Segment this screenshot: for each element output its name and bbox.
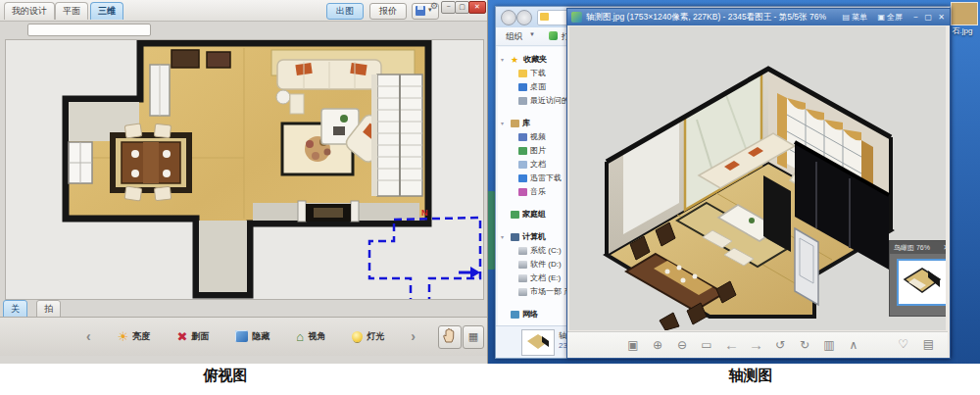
fullscreen-icon: ▣ — [877, 13, 885, 22]
network-icon — [511, 311, 519, 319]
tree-item-libraries[interactable]: ▾库 — [498, 117, 568, 130]
navigator-panel: 鸟瞰图 76% ✕ — [889, 240, 946, 317]
compass-north-label: N — [421, 208, 428, 218]
actual-size-icon[interactable]: ▭ — [700, 338, 713, 352]
floor-plan — [66, 43, 428, 295]
tree-item-documents[interactable]: 文档 — [498, 158, 568, 172]
view-angle-tool[interactable]: ⌂ 视角 — [296, 329, 325, 344]
organize-button[interactable]: 组织 — [506, 31, 522, 43]
folder-icon — [540, 13, 549, 21]
sun-icon: ☀ — [118, 329, 129, 344]
pan-hand-button[interactable] — [438, 325, 462, 349]
tree-item-desktop[interactable]: 桌面 — [498, 80, 568, 94]
computer-icon — [511, 233, 519, 241]
tree-item-favorites[interactable]: ▾★收藏夹 — [498, 53, 568, 67]
tree-item-music[interactable]: 音乐 — [498, 185, 568, 199]
screenshot-root: 石.jpg 组织 ▼ 打开 ▾★收藏夹 下载 桌面 最近访问的位置 ▾库 视频 … — [0, 0, 980, 395]
right-windows — [371, 74, 422, 196]
picture-icon — [518, 147, 527, 155]
viewer-minimize-button[interactable]: − — [913, 9, 918, 25]
viewer-titlebar[interactable]: 轴测图.jpg (1753×1240像素, 227KB) - 2345看图王 -… — [567, 9, 950, 25]
tree-item-thunder[interactable]: 迅雷下载 — [498, 172, 568, 185]
minimize-button[interactable]: − — [441, 1, 456, 14]
open-app-icon — [549, 31, 558, 40]
star-icon: ★ — [511, 56, 520, 64]
delete-face-tool[interactable]: ✖ 删面 — [176, 329, 209, 344]
scroll-left-icon[interactable]: ‹ — [86, 328, 91, 344]
lighting-tool[interactable]: 灯光 — [352, 330, 384, 343]
viewer-app-icon — [571, 12, 582, 23]
tree-item-pictures[interactable]: 图片 — [498, 144, 568, 158]
tree-item-drive-e[interactable]: 文档 (E:) — [498, 272, 568, 285]
gear-icon[interactable]: ⚙ — [428, 0, 440, 12]
house-icon: ⌂ — [296, 329, 304, 344]
zoom-in-icon[interactable]: ⊕ — [651, 338, 664, 352]
navigator-thumbnail[interactable] — [897, 259, 946, 306]
design-tabbar: 我的设计 平面 三维 出图 报价 ▾ ⚙ − ▢ ✕ — [0, 0, 487, 22]
navigator-header[interactable]: 鸟瞰图 76% — [890, 241, 946, 254]
tree-item-downloads[interactable]: 下载 — [498, 67, 568, 80]
tree-item-computer[interactable]: ▾计算机 — [498, 230, 568, 244]
navigator-title: 鸟瞰图 76% — [894, 244, 930, 251]
tree-item-drive-d[interactable]: 软件 (D:) — [498, 258, 568, 272]
save-icon — [416, 6, 425, 16]
top-view-render: N S — [6, 40, 483, 299]
export-image-button[interactable]: 出图 — [326, 3, 364, 20]
render-viewport[interactable]: N S — [5, 39, 484, 300]
viewer-close-button[interactable]: ✕ — [938, 9, 945, 25]
quote-button[interactable]: 报价 — [369, 3, 407, 20]
thunder-download-icon — [518, 174, 527, 182]
viewer-fullscreen-button[interactable]: ▣全屏 — [877, 9, 903, 25]
navigator-close-icon[interactable]: ✕ — [943, 241, 946, 254]
design-toolbar: ‹ ☀ 亮度 ✖ 删面 隐藏 ⌂ 视角 — [0, 317, 487, 356]
bulb-icon — [352, 331, 363, 342]
library-icon — [511, 120, 519, 127]
right-caption: 轴测图 — [704, 367, 798, 385]
delete-icon[interactable]: ▥ — [822, 338, 836, 352]
rotate-left-icon[interactable]: ↺ — [773, 338, 787, 352]
tree-item-homegroup[interactable]: 家庭组 — [498, 208, 568, 222]
hide-tool[interactable]: 隐藏 — [235, 330, 270, 343]
back-button[interactable] — [501, 10, 516, 25]
tab-plan-2d[interactable]: 平面 — [55, 2, 88, 20]
next-image-icon[interactable]: → — [749, 336, 762, 353]
viewer-toolbar: ▣ ⊕ ⊖ ▭ ← → ↺ ↻ ▥ ∧ ♡ ▤ — [567, 331, 948, 358]
tab-my-design[interactable]: 我的设计 — [4, 2, 55, 20]
disk-icon — [518, 247, 527, 255]
lights-off-tab[interactable]: 关灯 — [3, 300, 27, 318]
tree-item-share[interactable]: 市场一部 产 — [498, 285, 568, 299]
tree-item-videos[interactable]: 视频 — [498, 130, 568, 144]
viewer-canvas[interactable]: 鸟瞰图 76% ✕ — [569, 26, 946, 330]
disk-icon — [518, 261, 527, 269]
brightness-tool[interactable]: ☀ 亮度 — [118, 329, 151, 344]
disk-icon — [518, 288, 527, 296]
tab-3d[interactable]: 三维 — [90, 2, 123, 20]
scroll-right-icon[interactable]: › — [411, 328, 416, 344]
file-thumbnail — [521, 329, 555, 356]
viewer-maximize-button[interactable]: ▢ — [924, 9, 932, 25]
zoom-out-icon[interactable]: ⊖ — [675, 338, 689, 352]
forward-button[interactable] — [516, 10, 532, 25]
browse-icon[interactable]: ▤ — [923, 337, 934, 351]
snapshot-tab[interactable]: 拍照 — [36, 300, 61, 318]
desktop-file-icon[interactable] — [951, 2, 978, 25]
tree-item-recent[interactable]: 最近访问的位置 — [498, 94, 568, 108]
favorite-icon[interactable]: ♡ — [898, 337, 908, 351]
photo-viewer-window: 轴测图.jpg (1753×1240像素, 227KB) - 2345看图王 -… — [566, 8, 951, 359]
viewer-menu-button[interactable]: ▤菜单 — [842, 9, 867, 25]
maximize-button[interactable]: ▢ — [455, 1, 469, 14]
prev-image-icon[interactable]: ← — [724, 336, 738, 353]
more-icon[interactable]: ∧ — [847, 338, 860, 352]
tree-item-drive-c[interactable]: 系统 (C:) — [498, 244, 568, 258]
document-icon — [518, 161, 527, 169]
tree-item-network[interactable]: 网络 — [498, 308, 568, 321]
hand-icon — [439, 326, 459, 346]
layout-button[interactable]: ▦ — [463, 325, 484, 349]
entry-door — [150, 65, 170, 116]
chevron-down-icon: ▼ — [529, 31, 535, 37]
disk-icon — [518, 274, 527, 282]
fit-icon[interactable]: ▣ — [626, 338, 640, 352]
rotate-right-icon[interactable]: ↻ — [798, 338, 811, 352]
folder-icon — [518, 70, 527, 77]
close-button[interactable]: ✕ — [468, 1, 486, 14]
